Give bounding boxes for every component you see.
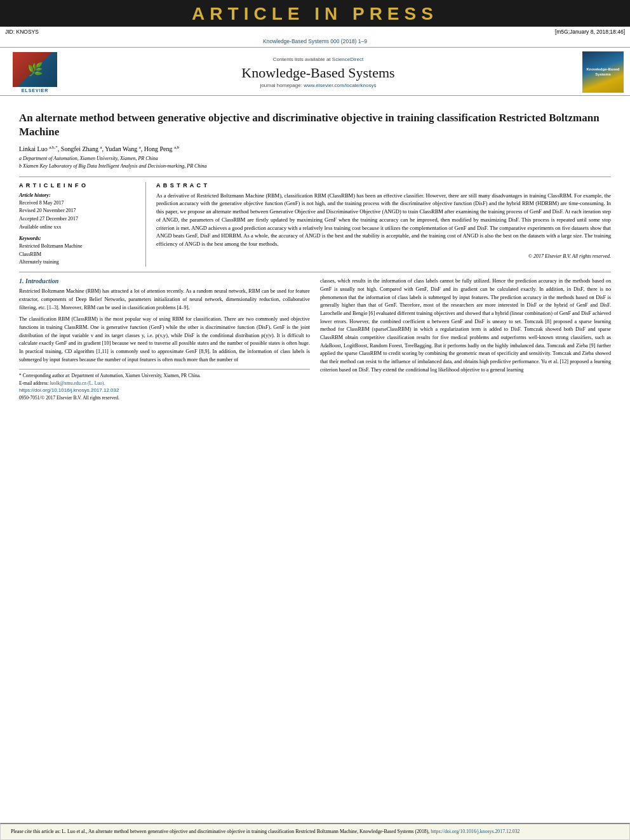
elsevier-tree-icon: 🌿	[27, 62, 43, 77]
article-info-column: A R T I C L E I N F O Article history: R…	[19, 182, 146, 267]
body-right-column: classes, which results in the informatio…	[320, 277, 611, 401]
corresponding-footnote: * Corresponding author at: Department of…	[19, 372, 310, 379]
homepage-url[interactable]: www.elsevier.com/locate/knosys	[304, 83, 376, 88]
abstract-label: A B S T R A C T	[156, 182, 611, 189]
available-online: Available online xxx	[19, 223, 138, 232]
journal-center: Contents lists available at ScienceDirec…	[64, 57, 573, 88]
doi-link[interactable]: Knowledge-Based Systems 000 (2018) 1–9	[263, 38, 367, 44]
history-label: Article history:	[19, 192, 138, 198]
contents-label: Contents lists available at	[273, 57, 331, 62]
copyright: © 2017 Elsevier B.V. All rights reserved…	[156, 253, 611, 259]
footnote-area: * Corresponding author at: Department of…	[19, 369, 310, 401]
keyword-1: Restricted Boltzmann Machine	[19, 243, 138, 251]
main-content: An alternate method between generative o…	[0, 96, 630, 408]
homepage-label: journal homepage:	[260, 83, 302, 88]
meta-right: [m5G;January 8, 2018;18:46]	[555, 29, 625, 35]
body-content: 1. Introduction Restricted Boltzmann Mac…	[19, 272, 611, 401]
kbs-logo-text: Knowledge-Based Systems	[585, 67, 621, 76]
accepted-date: Accepted 27 December 2017	[19, 215, 138, 223]
email-label: E-mail address:	[19, 380, 49, 386]
author-list: Linkai Luo a,b,*, Songfei Zhang a, Yudan…	[19, 145, 179, 152]
affiliation-a: a Department of Automation, Xiamen Unive…	[19, 155, 611, 163]
affiliations: a Department of Automation, Xiamen Unive…	[19, 155, 611, 170]
intro-paragraph-2: The classification RBM (ClassRBM) is the…	[19, 316, 310, 364]
section-title: 1. Introduction	[19, 277, 310, 284]
citation-please-text: Please cite this article as: L. Luo et a…	[11, 829, 429, 834]
kbs-logo-area: Knowledge-Based Systems	[573, 51, 624, 93]
doi-row: Knowledge-Based Systems 000 (2018) 1–9	[0, 37, 630, 46]
abstract-text: As a derivative of Restricted Boltzmann …	[156, 192, 611, 248]
email-footnote: E-mail address: luolk@xmu.edu.cn (L. Luo…	[19, 380, 310, 387]
keywords-label: Keywords:	[19, 236, 138, 241]
banner-title: ARTICLE IN PRESS	[192, 4, 438, 23]
intro-paragraph-1: Restricted Boltzmann Machine (RBM) has a…	[19, 288, 310, 312]
elsevier-logo-area: 🌿 ELSEVIER	[6, 52, 64, 93]
elsevier-box: 🌿	[13, 52, 57, 87]
email-link[interactable]: luolk@xmu.edu.cn (L. Luo).	[50, 380, 105, 386]
paper-title: An alternate method between generative o…	[19, 111, 611, 139]
article-info-abstract: A R T I C L E I N F O Article history: R…	[19, 177, 611, 267]
contents-line: Contents lists available at ScienceDirec…	[64, 57, 573, 62]
abstract-column: A B S T R A C T As a derivative of Restr…	[156, 182, 611, 267]
affiliation-b: b Xiamen Key Laboratory of Big Data Inte…	[19, 163, 611, 170]
section-name: Introduction	[25, 277, 58, 284]
issn-text: 0950-7051/© 2017 Elsevier B.V. All right…	[19, 394, 310, 401]
keyword-3: Alternately training	[19, 258, 138, 267]
section-number: 1.	[19, 277, 24, 284]
right-col-text: classes, which results in the informatio…	[320, 277, 611, 374]
received-date: Received 8 May 2017	[19, 199, 138, 208]
article-info-label: A R T I C L E I N F O	[19, 182, 138, 189]
revised-date: Revised 20 November 2017	[19, 207, 138, 215]
top-metadata: JID: KNOSYS [m5G;January 8, 2018;18:46]	[0, 27, 630, 37]
journal-header: 🌿 ELSEVIER Contents lists available at S…	[0, 47, 630, 96]
citation-url[interactable]: https://doi.org/10.1016/j.knosys.2017.12…	[431, 829, 519, 834]
journal-homepage: journal homepage: www.elsevier.com/locat…	[64, 83, 573, 88]
citation-bar: Please cite this article as: L. Luo et a…	[0, 823, 630, 840]
doi-links: https://doi.org/10.1016/j.knosys.2017.12…	[19, 387, 310, 394]
journal-title: Knowledge-Based Systems	[64, 65, 573, 81]
body-left-column: 1. Introduction Restricted Boltzmann Mac…	[19, 277, 310, 401]
science-direct-link[interactable]: ScienceDirect	[332, 57, 363, 62]
doi-footnote-link[interactable]: https://doi.org/10.1016/j.knosys.2017.12…	[19, 387, 119, 393]
elsevier-text: ELSEVIER	[22, 88, 49, 93]
kbs-logo: Knowledge-Based Systems	[582, 51, 624, 93]
keyword-2: ClassRBM	[19, 251, 138, 259]
elsevier-logo: 🌿 ELSEVIER	[6, 52, 64, 93]
authors: Linkai Luo a,b,*, Songfei Zhang a, Yudan…	[19, 144, 611, 152]
jid-label: JID: KNOSYS	[5, 29, 39, 35]
article-in-press-banner: ARTICLE IN PRESS	[0, 0, 630, 27]
